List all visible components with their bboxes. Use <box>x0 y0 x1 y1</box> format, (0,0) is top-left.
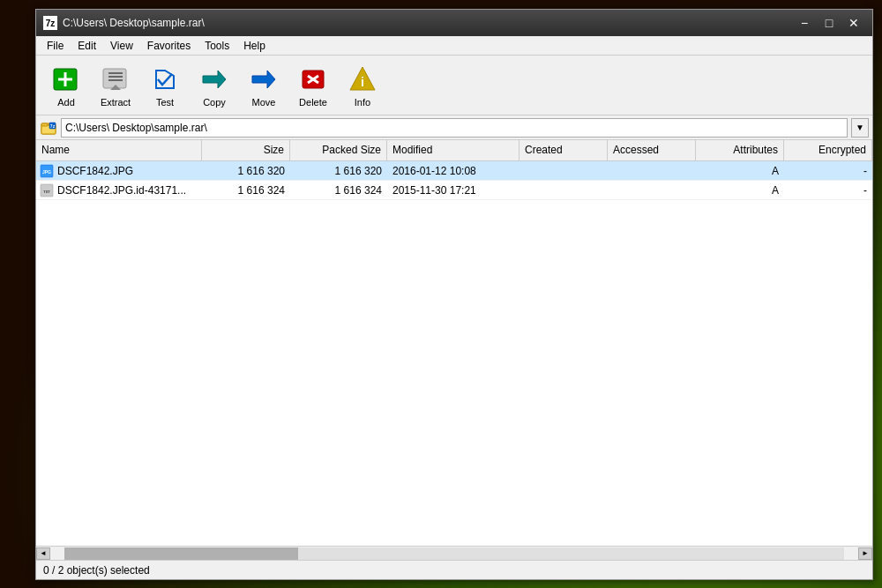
copy-label: Copy <box>203 97 226 108</box>
app-icon: 7z <box>43 16 57 30</box>
svg-rect-3 <box>103 69 126 88</box>
file-attributes: A <box>696 182 784 198</box>
file-modified: 2016-01-12 10:08 <box>387 163 519 179</box>
col-size[interactable]: Size <box>202 140 290 160</box>
svg-marker-9 <box>203 71 226 88</box>
move-icon <box>248 63 280 95</box>
col-created[interactable]: Created <box>519 140 608 160</box>
scroll-right-button[interactable]: ► <box>858 547 872 560</box>
maximize-button[interactable]: □ <box>818 14 841 32</box>
file-created <box>519 189 608 192</box>
address-value: C:\Users\ Desktop\sample.rar\ <box>65 122 207 134</box>
horizontal-scrollbar[interactable]: ◄ ► <box>36 546 872 560</box>
move-label: Move <box>252 97 276 108</box>
title-bar: 7z C:\Users\ Desktop\sample.rar\ − □ ✕ <box>36 10 872 36</box>
extract-icon <box>100 63 131 95</box>
jpg-icon: JPG <box>40 164 54 178</box>
svg-marker-10 <box>252 71 275 88</box>
col-attributes[interactable]: Attributes <box>696 140 784 160</box>
window-controls: − □ ✕ <box>793 14 865 32</box>
close-button[interactable]: ✕ <box>842 14 865 32</box>
menu-view[interactable]: View <box>103 38 140 54</box>
txt-icon: TXT <box>40 183 54 197</box>
menu-file[interactable]: File <box>40 38 71 54</box>
file-created <box>519 169 608 173</box>
file-packed-size: 1 616 324 <box>290 182 387 198</box>
file-name-cell: JPG DSCF1842.JPG <box>36 162 202 180</box>
add-button[interactable]: Add <box>43 59 89 112</box>
menu-edit[interactable]: Edit <box>71 38 103 54</box>
file-modified: 2015-11-30 17:21 <box>387 182 519 198</box>
window-title: C:\Users\ Desktop\sample.rar\ <box>63 17 793 29</box>
add-icon <box>50 63 82 95</box>
move-button[interactable]: Move <box>241 59 287 112</box>
main-window: 7z C:\Users\ Desktop\sample.rar\ − □ ✕ F… <box>35 9 873 580</box>
table-row[interactable]: JPG DSCF1842.JPG 1 616 320 1 616 320 201… <box>36 161 872 181</box>
extract-button[interactable]: Extract <box>93 59 138 112</box>
delete-label: Delete <box>299 97 327 108</box>
extract-label: Extract <box>101 97 131 108</box>
copy-icon <box>198 63 230 95</box>
folder-icon: 7z <box>40 119 57 137</box>
file-size: 1 616 324 <box>202 182 290 198</box>
col-accessed[interactable]: Accessed <box>608 140 696 160</box>
column-headers: Name Size Packed Size Modified Created A… <box>36 140 872 161</box>
address-input[interactable]: C:\Users\ Desktop\sample.rar\ <box>61 118 848 138</box>
address-bar: 7z C:\Users\ Desktop\sample.rar\ ▼ <box>36 115 872 140</box>
info-label: Info <box>355 97 370 108</box>
svg-text:7z: 7z <box>50 123 56 129</box>
add-label: Add <box>57 97 75 108</box>
file-name: DSCF1842.JPG.id-43171... <box>57 184 186 197</box>
table-row[interactable]: TXT DSCF1842.JPG.id-43171... 1 616 324 1… <box>36 181 872 200</box>
status-bar: 0 / 2 object(s) selected <box>36 560 872 579</box>
menu-bar: File Edit View Favorites Tools Help <box>36 36 872 56</box>
file-size: 1 616 320 <box>202 163 290 179</box>
scroll-track[interactable] <box>64 547 844 560</box>
col-packed-size[interactable]: Packed Size <box>290 140 387 160</box>
scroll-thumb[interactable] <box>64 547 298 560</box>
file-encrypted: - <box>784 182 872 198</box>
menu-favorites[interactable]: Favorites <box>140 38 198 54</box>
file-encrypted: - <box>784 163 872 179</box>
col-modified[interactable]: Modified <box>387 140 519 160</box>
address-dropdown-button[interactable]: ▼ <box>851 118 869 138</box>
col-name[interactable]: Name <box>36 140 202 160</box>
file-packed-size: 1 616 320 <box>290 163 387 179</box>
test-icon <box>149 63 181 95</box>
info-button[interactable]: i Info <box>340 59 385 112</box>
file-name: DSCF1842.JPG <box>57 165 133 177</box>
file-list-container: Name Size Packed Size Modified Created A… <box>36 140 872 546</box>
menu-help[interactable]: Help <box>236 38 273 54</box>
svg-rect-18 <box>41 123 48 126</box>
test-button[interactable]: Test <box>142 59 188 112</box>
svg-text:i: i <box>361 75 364 89</box>
info-icon: i <box>347 63 378 95</box>
file-attributes: A <box>696 163 784 179</box>
minimize-button[interactable]: − <box>793 14 816 32</box>
delete-button[interactable]: Delete <box>290 59 336 112</box>
status-text: 0 / 2 object(s) selected <box>43 564 150 577</box>
menu-tools[interactable]: Tools <box>198 38 236 54</box>
test-label: Test <box>156 97 174 108</box>
file-name-cell: TXT DSCF1842.JPG.id-43171... <box>36 182 202 199</box>
file-accessed <box>608 189 696 192</box>
file-accessed <box>608 169 696 173</box>
scroll-left-button[interactable]: ◄ <box>36 547 50 560</box>
col-encrypted[interactable]: Encrypted <box>784 140 872 160</box>
toolbar: Add Extract <box>36 56 872 115</box>
delete-icon <box>297 63 329 95</box>
svg-text:TXT: TXT <box>43 190 50 194</box>
svg-text:JPG: JPG <box>42 169 51 175</box>
copy-button[interactable]: Copy <box>191 59 237 112</box>
